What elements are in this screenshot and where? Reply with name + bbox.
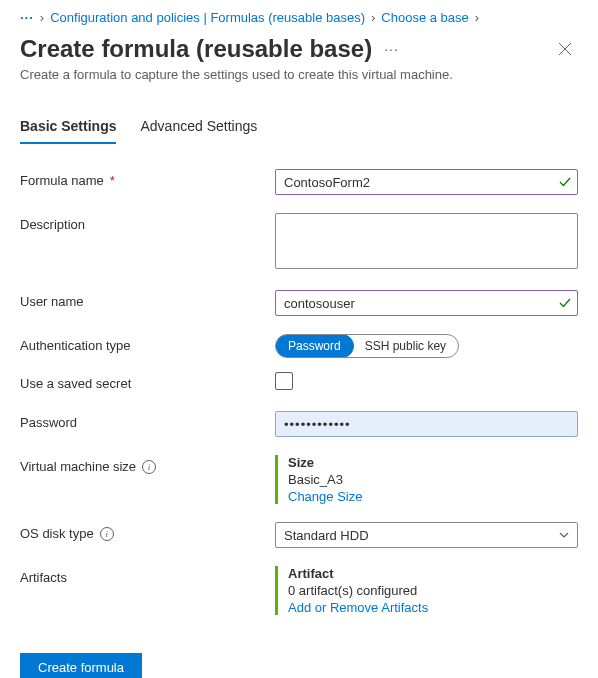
vm-size-label: Virtual machine size i	[20, 455, 275, 474]
breadcrumb-sep: ›	[40, 10, 44, 25]
artifacts-value: 0 artifact(s) configured	[288, 583, 578, 598]
formula-name-input[interactable]	[275, 169, 578, 195]
auth-type-ssh[interactable]: SSH public key	[353, 335, 458, 357]
artifacts-label: Artifacts	[20, 566, 275, 585]
close-icon[interactable]	[552, 36, 578, 62]
description-label: Description	[20, 213, 275, 232]
saved-secret-checkbox[interactable]	[275, 372, 293, 390]
check-icon	[558, 296, 572, 310]
artifacts-heading: Artifact	[288, 566, 578, 581]
breadcrumb-choose-base[interactable]: Choose a base	[381, 10, 468, 25]
tab-basic-settings[interactable]: Basic Settings	[20, 112, 116, 144]
user-name-label: User name	[20, 290, 275, 309]
title-more-icon[interactable]: ···	[384, 41, 399, 57]
change-size-link[interactable]: Change Size	[288, 489, 578, 504]
os-disk-label: OS disk type i	[20, 522, 275, 541]
artifacts-block: Artifact 0 artifact(s) configured Add or…	[275, 566, 578, 615]
create-formula-button[interactable]: Create formula	[20, 653, 142, 678]
description-input[interactable]	[275, 213, 578, 269]
os-disk-select[interactable]	[275, 522, 578, 548]
formula-name-label: Formula name*	[20, 169, 275, 188]
info-icon[interactable]: i	[100, 527, 114, 541]
breadcrumb-sep: ›	[475, 10, 479, 25]
page-subtitle: Create a formula to capture the settings…	[20, 67, 578, 82]
saved-secret-label: Use a saved secret	[20, 372, 275, 391]
user-name-input[interactable]	[275, 290, 578, 316]
breadcrumb-more[interactable]: ···	[20, 10, 34, 25]
page-title: Create formula (reusable base)	[20, 35, 372, 63]
auth-type-toggle: Password SSH public key	[275, 334, 459, 358]
tab-advanced-settings[interactable]: Advanced Settings	[140, 112, 257, 144]
password-input[interactable]	[275, 411, 578, 437]
breadcrumb-sep: ›	[371, 10, 375, 25]
vm-size-heading: Size	[288, 455, 578, 470]
password-label: Password	[20, 411, 275, 430]
check-icon	[558, 175, 572, 189]
auth-type-label: Authentication type	[20, 334, 275, 353]
tabs: Basic Settings Advanced Settings	[20, 112, 578, 145]
breadcrumb: ··· › Configuration and policies | Formu…	[20, 10, 578, 25]
info-icon[interactable]: i	[142, 460, 156, 474]
artifacts-link[interactable]: Add or Remove Artifacts	[288, 600, 578, 615]
breadcrumb-config-policies[interactable]: Configuration and policies | Formulas (r…	[50, 10, 365, 25]
vm-size-block: Size Basic_A3 Change Size	[275, 455, 578, 504]
auth-type-password[interactable]: Password	[275, 334, 354, 358]
vm-size-value: Basic_A3	[288, 472, 578, 487]
